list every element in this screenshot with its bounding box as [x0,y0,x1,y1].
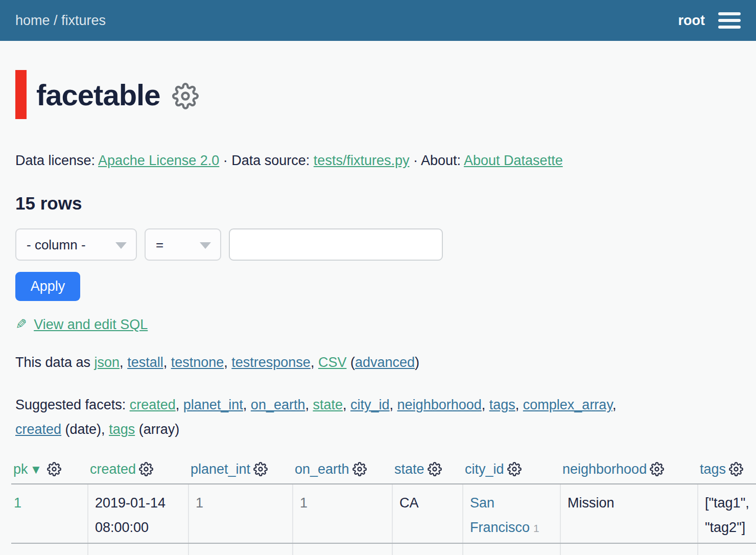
data-table: pk▼ created planet_int on_earth state ci… [11,459,756,555]
breadcrumb-table-link[interactable]: fixtures [61,13,106,28]
paren-open: ( [346,355,355,370]
facet-link-complex-array[interactable]: complex_array [523,397,612,412]
export-links-line: This data as json, testall, testnone, te… [15,355,741,371]
facet-link-tags-array[interactable]: tags [109,422,135,437]
column-menu-gear-icon[interactable] [650,462,664,476]
comma: , [176,397,183,412]
cell-created: 2019-01-14 08:00:00 [88,543,188,555]
export-advanced-link[interactable]: advanced [355,355,415,370]
page-title: facetable [36,78,160,112]
facet-link-created-date[interactable]: created [15,422,61,437]
cell-created: 2019-01-14 08:00:00 [88,484,188,543]
facet-link-city-id[interactable]: city_id [350,397,390,412]
column-menu-gear-icon[interactable] [352,462,367,476]
view-edit-sql-link[interactable]: View and edit SQL [34,317,148,332]
operator-select-wrap: = [145,228,221,261]
export-testnone-link[interactable]: testnone [171,355,224,370]
sort-state-link[interactable]: state [394,461,424,477]
export-testresponse-link[interactable]: testresponse [231,355,311,370]
column-header-tags: tags [698,459,756,484]
column-select-wrap: - column - [15,228,137,261]
comma: , [101,422,109,437]
pencil-icon: ✎ [15,316,27,333]
facet-link-planet-int[interactable]: planet_int [183,397,243,412]
row-count-heading: 15 rows [15,193,741,214]
data-table-wrap: pk▼ created planet_int on_earth state ci… [11,459,756,555]
dot-separator: · [409,153,421,168]
column-header-pk: pk▼ [11,459,88,484]
table-settings-gear-icon[interactable] [172,83,199,109]
export-prefix: This data as [15,355,94,370]
breadcrumb-home-link[interactable]: home [15,13,50,28]
column-menu-gear-icon[interactable] [428,462,442,476]
breadcrumb-separator: / [50,13,62,28]
sort-pk-link[interactable]: pk [13,461,28,477]
filter-column-select[interactable]: - column - [15,228,137,261]
hamburger-menu-icon[interactable] [718,10,741,31]
facet-link-tags[interactable]: tags [489,397,515,412]
cell-neighborhood: Mission [560,484,698,543]
comma: , [243,397,251,412]
row-pk-link[interactable]: 1 [14,495,21,511]
filter-operator-select[interactable]: = [145,228,221,261]
cell-city-id: San Francisco1 [463,484,560,543]
sort-on-earth-link[interactable]: on_earth [295,461,349,477]
city-link[interactable]: San Francisco [470,495,530,535]
cell-planet-int: 1 [188,543,293,555]
facet-suffix: (date) [61,422,101,437]
license-link[interactable]: Apache License 2.0 [98,153,219,168]
sort-neighborhood-link[interactable]: neighborhood [562,461,647,477]
comma: , [515,397,523,412]
comma: , [224,355,231,370]
cell-city-id: San Francisco1 [463,543,560,555]
about-label: About: [421,153,464,168]
cell-pk: 1 [11,484,88,543]
sort-created-link[interactable]: created [90,461,136,477]
filter-value-input[interactable] [229,228,443,261]
column-menu-gear-icon[interactable] [139,462,153,476]
page-header: facetable [15,58,741,132]
sort-tags-link[interactable]: tags [700,461,726,477]
breadcrumb: home / fixtures [15,13,106,29]
export-testall-link[interactable]: testall [127,355,163,370]
sort-city-id-link[interactable]: city_id [465,461,504,477]
export-json-link[interactable]: json [94,355,120,370]
cell-planet-int: 1 [188,484,293,543]
column-menu-gear-icon[interactable] [729,462,743,476]
table-row: 1 2019-01-14 08:00:00 1 1 CA San Francis… [11,484,756,543]
user-menu[interactable]: root [678,13,705,29]
facet-link-neighborhood[interactable]: neighborhood [397,397,482,412]
column-menu-gear-icon[interactable] [47,462,61,476]
cell-state: CA [392,484,463,543]
source-label: Data source: [231,153,314,168]
about-link[interactable]: About Datasette [464,153,563,168]
comma: , [305,397,313,412]
column-menu-gear-icon[interactable] [253,462,268,476]
column-header-on-earth: on_earth [293,459,392,484]
comma: , [311,355,318,370]
facet-suffix: (array) [135,422,179,437]
column-header-neighborhood: neighborhood [560,459,698,484]
facet-link-state[interactable]: state [313,397,343,412]
facets-line-1: Suggested facets: created, planet_int, o… [15,392,741,417]
source-link[interactable]: tests/fixtures.py [314,153,410,168]
license-label: Data license: [15,153,98,168]
facet-link-created[interactable]: created [130,397,176,412]
facets-prefix: Suggested facets: [15,397,130,412]
comma: , [163,355,171,370]
column-header-planet-int: planet_int [188,459,293,484]
comma: , [612,397,617,412]
apply-button[interactable]: Apply [15,272,80,301]
facet-link-on-earth[interactable]: on_earth [251,397,305,412]
comma: , [343,397,350,412]
table-header-row: pk▼ created planet_int on_earth state ci… [11,459,756,484]
accent-bar [15,70,27,119]
sort-planet-int-link[interactable]: planet_int [191,461,250,477]
cell-pk: 2 [11,543,88,555]
cell-tags: ["tag1", "tag2"] [698,484,756,543]
export-csv-link[interactable]: CSV [318,355,347,370]
table-row: 2 2019-01-14 08:00:00 1 1 CA San Francis… [11,543,756,555]
column-menu-gear-icon[interactable] [507,462,522,476]
column-header-city-id: city_id [463,459,560,484]
filter-form: - column - = [15,228,741,261]
